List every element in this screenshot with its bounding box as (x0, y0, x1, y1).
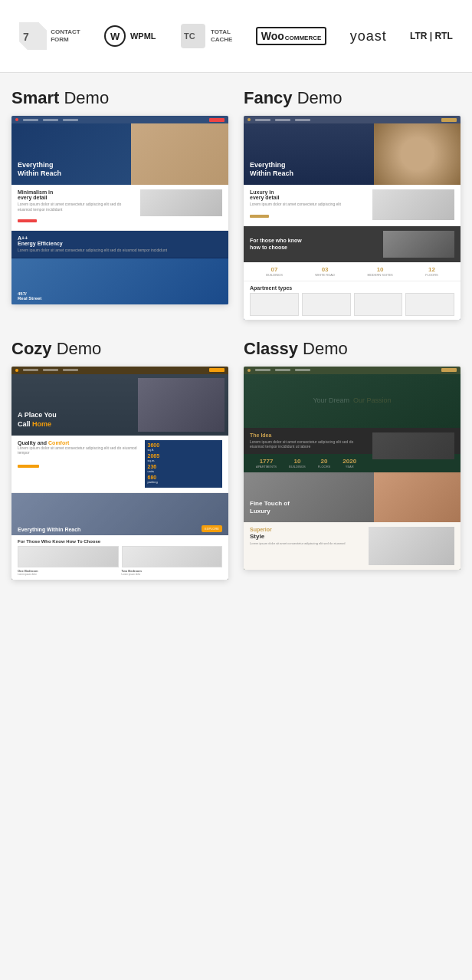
smart-demo-preview[interactable]: EverythingWithin Reach Minimalism inever… (11, 116, 228, 304)
classy-luxury-img (374, 472, 461, 522)
svg-text:TC: TC (184, 31, 195, 41)
fancy-btn (250, 215, 269, 218)
fancy-nav-btn (441, 118, 457, 122)
classy-stat-label: BUILDINGS (289, 465, 306, 469)
cozy-demo-preview[interactable]: A Place YouCall Home 3600 sq.ft. 2 (11, 367, 228, 580)
plugin-total-cache: TC TOTALCACHE (179, 22, 232, 50)
cozy-stat-num: 680 (148, 475, 219, 480)
cozy-nav-btn (209, 368, 225, 372)
classy-sofa-bg (244, 374, 461, 428)
cozy-fp-text-1: Lorem ipsum dolor (18, 573, 119, 576)
fancy-section-content: Luxury inevery detail Lorem ipsum dolor … (250, 189, 369, 221)
cozy-nav (11, 367, 228, 374)
cozy-aerial-overlay: Everything Within Reach EXPLORE (11, 493, 228, 535)
fancy-demo-preview[interactable]: EverythingWithin Reach Luxury inevery de… (244, 116, 461, 320)
classy-hero: Your Dream Our Passion (244, 374, 461, 428)
smart-hero-building-img (131, 123, 228, 185)
fancy-stat-label: WHITE ROAD (315, 273, 335, 277)
smart-nav-item (43, 119, 58, 121)
smart-dark-section: A++Energy Efficiency Lorem ipsum dolor s… (11, 231, 228, 258)
cozy-stat-label: sq.m. (148, 459, 219, 462)
fancy-hero-text: EverythingWithin Reach (250, 161, 293, 179)
classy-luxury-text: Fine Touch ofLuxury (250, 500, 290, 516)
cozy-nav-item (43, 369, 58, 371)
cozy-couple-img (138, 378, 225, 432)
fancy-dark-figure (383, 231, 454, 258)
classy-demo-title: Classy Demo (244, 339, 461, 359)
fancy-dark-text: For those who knowhow to choose (250, 237, 379, 251)
classy-demo-preview[interactable]: Your Dream Our Passion The Idea Lorem ip… (244, 367, 461, 570)
cozy-fp-row: One Bedroom Lorem ipsum dolor Two Bedroo… (18, 546, 222, 576)
plugin-contact-form-7: 7 CONTACTFORM (19, 22, 80, 50)
smart-section-1: Minimalism inevery detail Lorem ipsum do… (11, 185, 228, 231)
smart-dark-title: A++Energy Efficiency (18, 235, 222, 246)
fancy-nav-item (295, 119, 310, 121)
cozy-hero: A Place YouCall Home (11, 374, 228, 436)
smart-demo-section: Smart Demo EverythingWithin Reach (11, 88, 228, 320)
smart-dark-text: Lorem ipsum dolor sit amet consectetur a… (18, 248, 222, 253)
classy-stat-label: FLOORS (318, 465, 330, 469)
cf7-icon: 7 (19, 22, 47, 50)
classy-idea-section: The Idea Lorem ipsum dolor sit amet cons… (244, 428, 461, 454)
smart-section-img (140, 189, 222, 216)
classy-superior-sub: Style (250, 533, 365, 540)
fancy-stat-num: 07 (266, 266, 283, 273)
cozy-demo-section: Cozy Demo A Place YouCall Home (11, 339, 228, 580)
smart-building: 457/Real Street (11, 258, 228, 304)
smart-hero-text: EverythingWithin Reach (18, 161, 61, 179)
demos-container: Smart Demo EverythingWithin Reach (0, 73, 472, 595)
classy-stat-3: 20 FLOORS (318, 458, 330, 469)
classy-stat-num: 2020 (343, 458, 356, 465)
cozy-floorplans: For Those Who Know How To Choose One Bed… (11, 535, 228, 580)
cozy-stat-label: units (148, 469, 219, 473)
smart-nav (11, 116, 228, 123)
cozy-aerial-btn: EXPLORE (202, 525, 222, 532)
cozy-fp-2: Two Bedroom Lorem ipsum dolor (122, 546, 223, 576)
classy-demo-section: Classy Demo Your Dream Our Passion (244, 339, 461, 580)
fancy-dark-section: For those who knowhow to choose (244, 226, 461, 262)
plugin-bar: 7 CONTACTFORM W WPML TC TOTALCACHE Woo C… (0, 0, 472, 73)
fancy-apt-section: Apartment types (244, 281, 461, 320)
cozy-fp-img-1 (18, 546, 119, 567)
cozy-nav-item (23, 369, 38, 371)
classy-nav-dot (247, 369, 251, 372)
smart-btn (18, 219, 37, 222)
cozy-nav-item (63, 369, 78, 371)
smart-nav-dot (15, 118, 18, 121)
cozy-stat-label: sq.ft. (148, 448, 219, 452)
classy-nav-item (255, 369, 270, 371)
fancy-nav-dot (247, 118, 251, 121)
cozy-stat-num: 236 (148, 464, 219, 469)
smart-nav-item (63, 119, 78, 121)
fancy-stat-2: 03 WHITE ROAD (315, 266, 335, 277)
classy-stat-label: APARTMENTS (256, 465, 277, 469)
fancy-section-title: Luxury inevery detail (250, 189, 369, 200)
plugin-ltr-rtl: LTR | RTL (410, 31, 453, 41)
cozy-title-accent: Comfort (48, 440, 69, 446)
fancy-demo-section: Fancy Demo EverythingWithin Reach (244, 88, 461, 320)
smart-nav-item (23, 119, 38, 121)
fancy-section-1: Luxury inevery detail Lorem ipsum dolor … (244, 185, 461, 226)
cozy-stats-box: 3600 sq.ft. 2065 sq.m. 236 units (145, 440, 222, 488)
classy-superior-title: Superior (250, 527, 365, 532)
cozy-stat-2: 2065 sq.m. (148, 453, 219, 462)
fancy-staircase-img (374, 123, 461, 185)
cozy-fp-1: One Bedroom Lorem ipsum dolor (18, 546, 119, 576)
cozy-aerial: Everything Within Reach EXPLORE (11, 493, 228, 535)
classy-nav-btn (441, 368, 457, 372)
classy-idea-img (372, 432, 454, 459)
fancy-stats-row: 07 BUILDINGS 03 WHITE ROAD 10 MODERN SUI… (244, 262, 461, 281)
fancy-nav-item (275, 119, 290, 121)
cozy-quality-content: 3600 sq.ft. 2065 sq.m. 236 units (18, 440, 222, 488)
classy-nav-item (275, 369, 290, 371)
fancy-apt-plan-3 (354, 293, 403, 316)
classy-stats-row: 1777 APARTMENTS 10 BUILDINGS 20 FLOORS 2… (244, 454, 369, 472)
classy-superior-section: Superior Style Lorem ipsum dolor sit ame… (244, 522, 461, 570)
cozy-demo-title: Cozy Demo (11, 339, 228, 359)
fancy-stat-3: 10 MODERN SUITES (367, 266, 392, 277)
fancy-stat-4: 12 FLOORS (425, 266, 438, 277)
classy-nav (244, 367, 461, 374)
cozy-stat-label: parking (148, 480, 219, 484)
ltr-rtl-label: LTR | RTL (410, 31, 453, 41)
cozy-stat-1: 3600 sq.ft. (148, 442, 219, 452)
